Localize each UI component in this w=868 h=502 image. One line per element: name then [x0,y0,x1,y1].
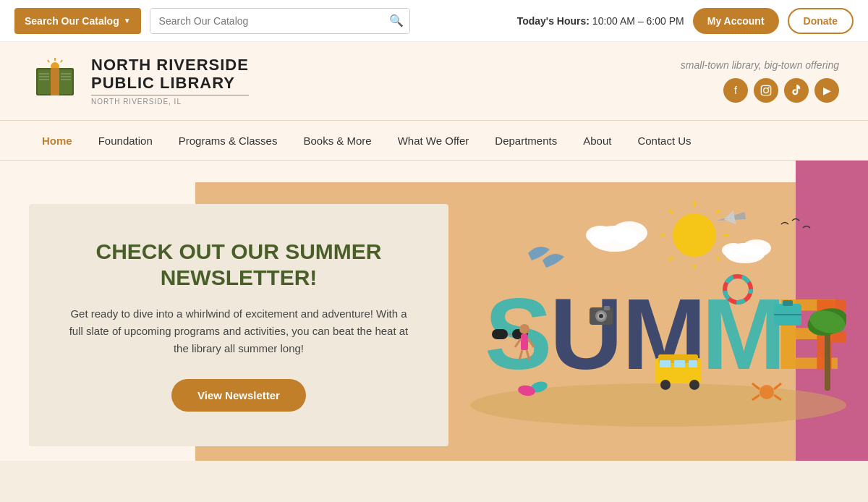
logo-icon [29,55,81,107]
svg-rect-15 [761,85,770,95]
summer-illustration: S U M M E R [448,161,868,461]
view-newsletter-button[interactable]: View Newsletter [171,379,306,412]
my-account-button[interactable]: My Account [693,8,779,34]
library-location: NORTH RIVERSIDE, IL [91,95,249,106]
summer-svg: S U M M E R [470,195,846,427]
svg-line-29 [716,257,720,260]
svg-rect-65 [660,360,671,367]
nav-item-what-we-offer[interactable]: What We Offer [385,121,482,161]
top-bar: Search Our Catalog ▼ 🔍 Today's Hours: 10… [0,0,868,42]
svg-rect-66 [674,360,685,367]
svg-line-33 [669,210,673,213]
svg-rect-74 [521,334,528,350]
svg-point-63 [660,380,671,390]
donate-button[interactable]: Donate [788,8,854,34]
chevron-down-icon: ▼ [124,17,131,25]
hours-value: 10:00 AM – 6:00 PM [592,15,684,27]
logo-text: NORTH RIVERSIDE PUBLIC LIBRARY NORTH RIV… [91,56,249,105]
svg-point-46 [599,314,603,318]
catalog-dropdown-label: Search Our Catalog [25,15,119,27]
search-button[interactable]: 🔍 [389,14,404,27]
svg-rect-8 [51,68,59,95]
hero-content: CHECK OUT OUR SUMMER NEWSLETTER! Get rea… [0,161,868,461]
site-header: NORTH RIVERSIDE PUBLIC LIBRARY NORTH RIV… [0,42,868,121]
instagram-icon[interactable] [754,78,778,103]
svg-rect-56 [783,300,793,306]
facebook-icon[interactable]: f [723,78,748,103]
hours-label: Today's Hours: [517,15,590,27]
nav-item-home[interactable]: Home [29,121,85,161]
svg-point-35 [611,221,647,244]
svg-text:U: U [550,277,623,391]
svg-line-5 [61,60,62,62]
newsletter-body: Get ready to dive into a whirlwind of ex… [65,305,412,357]
svg-point-36 [586,226,615,244]
svg-point-16 [764,88,769,93]
svg-line-27 [716,210,720,213]
nav-item-programs[interactable]: Programs & Classes [166,121,291,161]
catalog-dropdown-button[interactable]: Search Our Catalog ▼ [14,8,141,34]
svg-rect-50 [492,329,508,339]
svg-point-38 [742,239,771,257]
youtube-icon[interactable]: ▶ [814,78,839,103]
svg-point-68 [760,385,774,399]
svg-rect-47 [604,306,610,310]
svg-rect-6 [38,69,51,94]
svg-line-31 [669,257,673,260]
svg-point-25 [673,213,716,257]
svg-rect-67 [689,360,697,367]
library-name-line2: PUBLIC LIBRARY [91,75,249,92]
newsletter-card: CHECK OUT OUR SUMMER NEWSLETTER! Get rea… [29,204,448,446]
search-input[interactable] [150,9,409,33]
logo-area: NORTH RIVERSIDE PUBLIC LIBRARY NORTH RIV… [29,55,249,107]
nav-item-foundation[interactable]: Foundation [85,121,166,161]
main-nav: Home Foundation Programs & Classes Books… [0,121,868,161]
nav-item-about[interactable]: About [570,121,624,161]
hours-section: Today's Hours: 10:00 AM – 6:00 PM [419,15,684,27]
svg-rect-7 [59,69,72,94]
tagline: small-town library, big-town offering [681,59,839,71]
newsletter-heading: CHECK OUT OUR SUMMER NEWSLETTER! [65,239,412,291]
svg-point-64 [689,380,699,390]
search-bar: 🔍 [150,8,410,34]
nav-item-departments[interactable]: Departments [482,121,570,161]
svg-line-4 [48,60,49,62]
nav-item-contact[interactable]: Contact Us [624,121,704,161]
hero-section: CHECK OUT OUR SUMMER NEWSLETTER! Get rea… [0,161,868,461]
tiktok-icon[interactable] [784,78,809,103]
nav-item-books[interactable]: Books & More [290,121,384,161]
svg-point-17 [768,87,770,88]
header-right: small-town library, big-town offering f … [681,59,839,103]
svg-point-39 [722,243,745,258]
svg-point-73 [519,324,529,334]
social-icons: f ▶ [723,78,839,103]
library-name-line1: NORTH RIVERSIDE [91,56,249,74]
